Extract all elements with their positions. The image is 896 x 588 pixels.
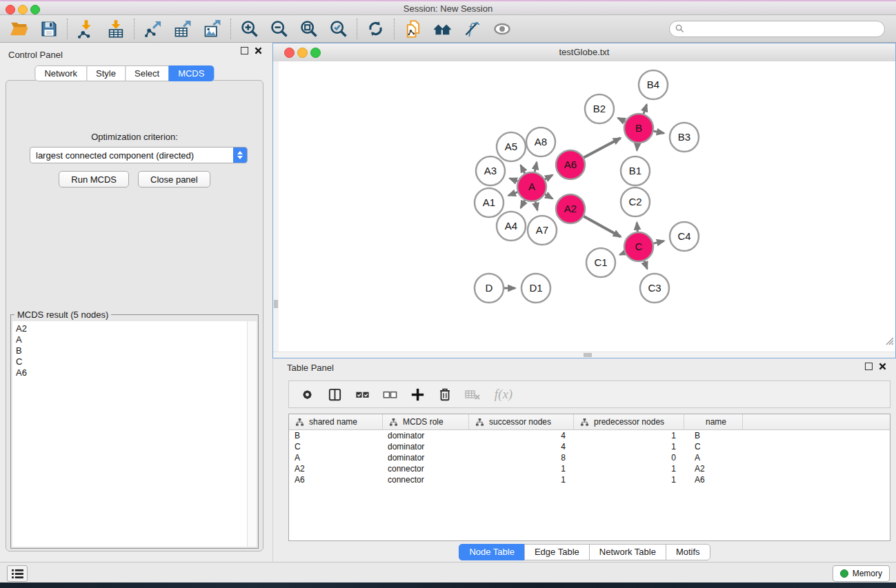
table-cell[interactable]: dominator: [383, 452, 469, 463]
table-cell[interactable]: connector: [383, 474, 469, 485]
graph-node-C2[interactable]: C2: [621, 187, 650, 216]
graph-node-D[interactable]: D: [475, 274, 504, 303]
table-cell[interactable]: 8: [469, 452, 574, 463]
apply-layout-icon[interactable]: [361, 17, 390, 41]
table-cell[interactable]: A6: [684, 474, 743, 485]
network-horizontal-scrollbar[interactable]: [273, 352, 895, 358]
table-cell[interactable]: A2: [684, 463, 743, 474]
select-all-rows-icon[interactable]: [350, 383, 375, 405]
table-cell[interactable]: dominator: [383, 441, 469, 452]
column-header-predecessor-nodes[interactable]: predecessor nodes: [574, 414, 684, 429]
table-cell[interactable]: 1: [574, 430, 684, 441]
clone-network-icon[interactable]: [398, 17, 428, 41]
graph-edge-A-A3[interactable]: [510, 179, 518, 181]
graph-edge-A-A8[interactable]: [535, 162, 537, 172]
hide-graphics-details-icon[interactable]: f: [457, 17, 487, 41]
table-cell[interactable]: C: [684, 441, 743, 452]
graph-node-A7[interactable]: A7: [528, 216, 557, 245]
graph-node-B1[interactable]: B1: [621, 156, 650, 185]
search-input[interactable]: [684, 23, 879, 34]
table-cell[interactable]: A: [289, 452, 383, 463]
graph-edge-A-A7[interactable]: [535, 201, 537, 210]
export-table-icon[interactable]: [168, 17, 197, 41]
close-panel-icon[interactable]: [879, 363, 886, 370]
scroll-thumb[interactable]: [274, 300, 278, 308]
graph-edge-C-C1[interactable]: [620, 253, 625, 255]
table-cell[interactable]: 4: [469, 430, 574, 441]
graph-edge-A2-C[interactable]: [584, 216, 621, 237]
table-cell[interactable]: dominator: [383, 430, 469, 441]
table-cell[interactable]: 1: [574, 441, 684, 452]
graph-node-A2[interactable]: A2: [556, 194, 585, 223]
graph-node-A6[interactable]: A6: [556, 150, 585, 179]
graph-node-A[interactable]: A: [517, 172, 546, 201]
close-panel-button[interactable]: Close panel: [138, 171, 210, 187]
column-sort-icon[interactable]: [296, 418, 303, 426]
table-cell[interactable]: B: [684, 430, 743, 441]
graph-node-B4[interactable]: B4: [639, 70, 668, 99]
mcds-result-scrollbar[interactable]: [247, 321, 257, 547]
graph-node-C3[interactable]: C3: [640, 274, 669, 303]
search-field[interactable]: [669, 21, 885, 37]
table-tab-node-table[interactable]: Node Table: [459, 544, 525, 560]
graph-edge-C-C3[interactable]: [644, 261, 647, 270]
graph-edge-A-A4[interactable]: [521, 201, 525, 208]
network-canvas[interactable]: AA1A2A3A4A5A6A7A8BB1B2B3B4CC1C2C3C4DD1: [279, 61, 895, 352]
table-cell[interactable]: A2: [289, 463, 383, 474]
zoom-out-icon[interactable]: [264, 17, 294, 41]
graph-node-B2[interactable]: B2: [585, 94, 614, 123]
delete-column-icon[interactable]: [432, 383, 457, 405]
export-network-icon[interactable]: [138, 17, 168, 41]
column-sort-icon[interactable]: [390, 418, 397, 426]
export-image-icon[interactable]: [197, 17, 227, 41]
graph-node-C[interactable]: C: [624, 232, 653, 261]
table-row[interactable]: Bdominator41B: [289, 430, 890, 441]
graph-node-B[interactable]: B: [624, 114, 653, 143]
tab-mcds[interactable]: MCDS: [168, 65, 214, 81]
mcds-result-item[interactable]: A6: [16, 367, 247, 378]
mcds-result-item[interactable]: C: [16, 356, 247, 367]
deselect-all-rows-icon[interactable]: [377, 383, 402, 405]
graph-node-A3[interactable]: A3: [476, 156, 505, 185]
column-header-name[interactable]: name: [684, 414, 743, 429]
delete-table-icon[interactable]: [460, 383, 485, 405]
table-cell[interactable]: C: [289, 441, 383, 452]
graph-edge-B-B4[interactable]: [644, 105, 647, 114]
zoom-selected-icon[interactable]: [323, 17, 353, 41]
zoom-fit-icon[interactable]: [294, 17, 323, 41]
mcds-result-item[interactable]: A2: [16, 323, 247, 334]
table-tab-edge-table[interactable]: Edge Table: [524, 544, 590, 560]
graph-node-C1[interactable]: C1: [586, 248, 615, 277]
graph-edge-A-A6[interactable]: [545, 175, 552, 179]
import-table-icon[interactable]: [101, 17, 130, 41]
table-cell[interactable]: B: [289, 430, 383, 441]
graph-node-C4[interactable]: C4: [670, 222, 699, 251]
tab-select[interactable]: Select: [125, 65, 169, 81]
table-cell[interactable]: A: [684, 452, 743, 463]
table-cell[interactable]: 4: [469, 441, 574, 452]
graph-node-B3[interactable]: B3: [670, 123, 699, 152]
task-history-button[interactable]: [7, 565, 28, 582]
table-row[interactable]: Cdominator41C: [289, 441, 890, 452]
resize-grip-icon[interactable]: [884, 336, 894, 345]
network-graph[interactable]: AA1A2A3A4A5A6A7A8BB1B2B3B4CC1C2C3C4DD1: [279, 61, 895, 354]
import-network-icon[interactable]: [71, 17, 101, 41]
home-icon[interactable]: [428, 17, 457, 41]
float-panel-icon[interactable]: [865, 363, 873, 370]
function-builder-fx-icon[interactable]: f(x): [488, 383, 519, 405]
tab-style[interactable]: Style: [86, 65, 126, 81]
table-cell[interactable]: A6: [289, 474, 383, 485]
float-panel-icon[interactable]: [241, 47, 248, 54]
criterion-select[interactable]: largest connected component (directed): [30, 147, 248, 163]
zoom-in-icon[interactable]: [235, 17, 264, 41]
table-settings-gear-icon[interactable]: [295, 383, 319, 405]
graph-node-A4[interactable]: A4: [497, 212, 526, 241]
eye-icon[interactable]: [487, 17, 517, 41]
table-row[interactable]: Adominator80A: [289, 452, 890, 463]
table-cell[interactable]: connector: [383, 463, 469, 474]
graph-node-A5[interactable]: A5: [497, 132, 526, 161]
table-tab-motifs[interactable]: Motifs: [666, 544, 710, 560]
graph-edge-C-C2[interactable]: [637, 223, 637, 232]
tab-network[interactable]: Network: [34, 65, 87, 81]
table-cell[interactable]: 1: [469, 463, 574, 474]
